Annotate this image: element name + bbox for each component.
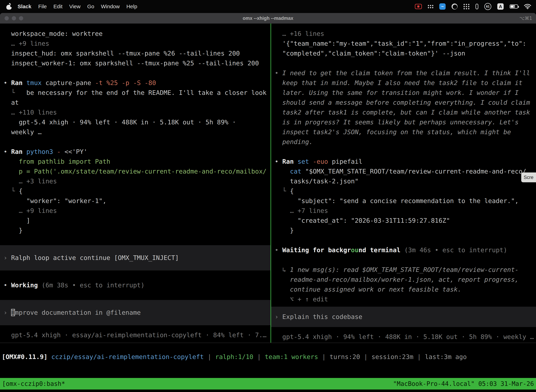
terminal-line: └ { <box>0 186 270 196</box>
menu-help[interactable]: Help <box>123 4 141 9</box>
tmux-session-label: [omx-cczip0:bash* <box>2 380 65 387</box>
terminal-line: inspect_hud: omx sparkshell --tmux-pane … <box>0 48 270 58</box>
tmux-status-bar: [omx-cczip0:bash* "MacBook-Pro-44.local"… <box>0 378 536 390</box>
input-source-icon[interactable]: A <box>497 3 504 10</box>
terminal-gap <box>0 271 270 280</box>
swift-app-icon[interactable]: ~ <box>439 3 446 10</box>
terminal-line: workspace_mode: worktree <box>0 29 270 39</box>
terminal-line: gpt-5.4 xhigh · 94% left · 488K in · 5.1… <box>0 117 270 127</box>
terminal-line: inspect task2's JSON, focusing on the st… <box>271 127 536 137</box>
window-title-bar: omx --xhigh --madmax ⌥⌘1 <box>0 13 536 23</box>
stats-gauge-icon[interactable]: 61 <box>484 3 491 10</box>
traffic-lights <box>0 16 23 20</box>
terminal-line: gpt-5.4 xhigh · 94% left · 488K in · 5.1… <box>271 332 536 342</box>
screen-overlay-button[interactable]: Scre <box>521 173 536 182</box>
terminal-gap <box>0 235 270 245</box>
window-title: omx --xhigh --madmax <box>0 16 536 21</box>
right-pane[interactable]: … +16 lines '{"team_name":"my-team","tas… <box>271 23 536 343</box>
terminal-line: … +9 lines <box>0 39 270 48</box>
active-app-name[interactable]: Slack <box>14 4 35 9</box>
terminal-line: weekly … <box>0 127 270 137</box>
menu-view[interactable]: View <box>66 4 84 9</box>
apps-grid-icon[interactable] <box>464 4 469 9</box>
left-pane[interactable]: workspace_mode: worktree … +9 lines insp… <box>0 23 270 343</box>
menu-window[interactable]: Window <box>98 4 123 9</box>
terminal-gap <box>0 68 270 78</box>
terminal-line: ↳ 1 new msg(s): read $OMX_TEAM_STATE_ROO… <box>271 265 536 275</box>
terminal-gap <box>0 290 270 300</box>
terminal-line: is in progress? It seems likely but perh… <box>271 117 536 127</box>
terminal-line: } <box>271 225 536 235</box>
window-shortcut-hint: ⌥⌘1 <box>519 16 536 21</box>
terminal-line: "worker": "worker-1", <box>0 196 270 206</box>
terminal-line: └ be necessary for the end of the README… <box>0 88 270 98</box>
terminal-line: "created_at": "2026-03-31T11:59:27.816Z" <box>271 216 536 225</box>
terminal-gap <box>0 137 270 147</box>
menu-status-icons: ~ 61 A <box>415 3 536 10</box>
battery-icon[interactable] <box>510 5 518 9</box>
terminal-line: } <box>0 225 270 235</box>
prompt-row[interactable]: › Explain this codebase <box>271 307 536 327</box>
terminal-gap <box>271 255 536 265</box>
terminal-line: └ { <box>271 186 536 196</box>
keyboard-grid-icon[interactable] <box>428 5 433 8</box>
terminal-gap <box>271 147 536 157</box>
terminal-line: • Ran set -euo pipefail <box>271 157 536 167</box>
terminal-line: readme-and-reco/mailbox/worker-1.json, a… <box>271 275 536 285</box>
menu-go[interactable]: Go <box>84 4 98 9</box>
screen-overlay-label: Scre <box>524 175 534 180</box>
terminal-line: … +7 lines <box>271 206 536 216</box>
terminal-line: pending. <box>271 137 536 147</box>
display-icon[interactable] <box>475 4 478 9</box>
terminal-gap <box>0 325 270 330</box>
terminal-line: • Ran tmux capture-pane -t %25 -p -S -80 <box>0 78 270 88</box>
terminal-line: "completed","claim_token":"claim-token"}… <box>271 48 536 58</box>
prompt-row[interactable]: › Improve documentation in @filename <box>0 300 270 325</box>
menu-edit[interactable]: Edit <box>50 4 66 9</box>
prompt-row[interactable]: › Ralph loop active continue [OMX_TMUX_I… <box>0 245 270 271</box>
menu-file[interactable]: File <box>35 4 50 9</box>
terminal-line: task2 after task1 is complete, but can I… <box>271 107 536 117</box>
terminal-line: … +3 lines <box>0 176 270 186</box>
menu-items: FileEditViewGoWindowHelp <box>35 4 140 9</box>
terminal-line: at <box>0 98 270 107</box>
terminal-line: ⌥ + ↑ edit <box>271 294 536 304</box>
menu-bar: Slack FileEditViewGoWindowHelp ~ 61 A <box>0 0 536 13</box>
wifi-icon[interactable] <box>524 4 531 9</box>
terminal-line: … +16 lines <box>271 29 536 39</box>
omx-status-line: [OMX#0.11.9] cczip/essay/ai-reimplementa… <box>0 352 536 362</box>
terminal-line: • Waiting for background terminal (3m 46… <box>271 245 536 255</box>
terminal-line: later. Using the same for transition mig… <box>271 88 536 98</box>
terminal-gap <box>271 58 536 68</box>
terminal-line: from pathlib import Path <box>0 157 270 167</box>
terminal-line: ] <box>0 216 270 225</box>
terminal-line: … +9 lines <box>0 206 270 216</box>
close-button[interactable] <box>5 16 9 20</box>
terminal-gap <box>271 327 536 332</box>
terminal-window: omx --xhigh --madmax ⌥⌘1 workspace_mode:… <box>0 13 536 392</box>
minimize-button[interactable] <box>12 16 16 20</box>
terminal-line: • Working (6m 38s • esc to interrupt) <box>0 280 270 290</box>
terminal-line: … +110 lines <box>0 107 270 117</box>
terminal-line: '{"team_name":"my-team","task_id":"1","f… <box>271 39 536 48</box>
terminal-line: tasks/task-2.json" <box>271 176 536 186</box>
terminal-line: • I need to get the claim token from the… <box>271 68 536 78</box>
terminal-line: cat "$OMX_TEAM_STATE_ROOT/team/review-cu… <box>271 167 536 176</box>
zoom-button[interactable] <box>19 16 23 20</box>
apple-menu-icon[interactable] <box>6 3 12 10</box>
terminal-line: inspect_worker-1: omx sparkshell --tmux-… <box>0 58 270 68</box>
terminal-gap <box>271 304 536 307</box>
tmux-host-datetime: "MacBook-Pro-44.local" 05:03 31-Mar-26 <box>393 380 534 387</box>
terminal-line: p = Path('.omx/state/team/review-current… <box>0 167 270 176</box>
screen-recording-icon[interactable] <box>415 4 422 9</box>
terminal-content: workspace_mode: worktree … +9 lines insp… <box>0 23 536 343</box>
circle-app-icon[interactable] <box>452 4 458 9</box>
terminal-line: should send a message before completing … <box>271 98 536 107</box>
terminal-line: • Ran python3 - <<'PY' <box>0 147 270 157</box>
terminal-line: continue assigned work or next feasible … <box>271 285 536 294</box>
terminal-line: "subject": "send a concise recommendatio… <box>271 196 536 206</box>
terminal-line: gpt-5.4 xhigh · essay/ai-reimplementatio… <box>0 330 270 340</box>
menu-left: Slack FileEditViewGoWindowHelp <box>0 3 140 10</box>
terminal-gap <box>271 235 536 245</box>
terminal-line: keep that in mind. Maybe I also need the… <box>271 78 536 88</box>
